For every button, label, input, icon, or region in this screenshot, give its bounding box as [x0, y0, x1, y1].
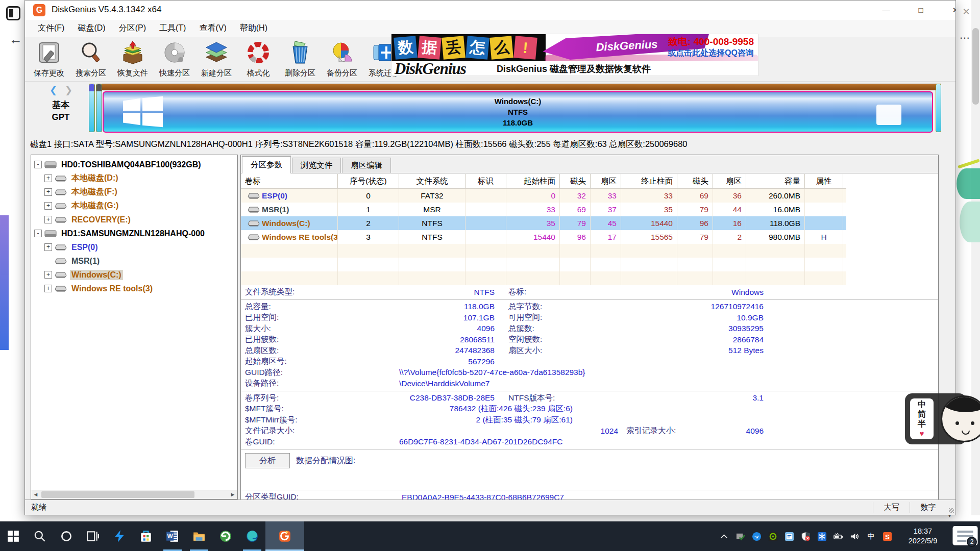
tree-item-ESP(0)[interactable]: +ESP(0) — [31, 240, 237, 254]
toolbar-button-保存更改[interactable]: 保存更改 — [28, 38, 70, 80]
titlebar[interactable]: G DiskGenius V5.4.3.1342 x64 — □ ✕ — [25, 1, 955, 20]
tree-item-HD1:SAMSUNGMZNLN128HAHQ-000[interactable]: -HD1:SAMSUNGMZNLN128HAHQ-000 — [31, 227, 237, 240]
menu-item-3[interactable]: 工具(T) — [153, 20, 192, 37]
maximize-button[interactable]: □ — [909, 1, 933, 20]
resize-grip[interactable] — [946, 500, 955, 515]
minimize-button[interactable]: — — [874, 1, 898, 20]
tray-ime-zh-icon[interactable]: 中 — [864, 521, 877, 551]
tray-dingtalk-icon[interactable] — [750, 521, 763, 551]
tree-item-HD0:TOSHIBAMQ04ABF100(932GB)[interactable]: -HD0:TOSHIBAMQ04ABF100(932GB) — [31, 158, 237, 171]
analyze-button[interactable]: 分析 — [245, 453, 290, 468]
taskbar-flash-center-icon[interactable] — [106, 521, 133, 551]
tree-horizontal-scrollbar[interactable]: ◄► — [31, 490, 237, 499]
tree-item-Windows(C:)[interactable]: +Windows(C:) — [31, 268, 237, 282]
toolbar-button-新建分区[interactable]: 新建分区 — [195, 38, 237, 80]
next-disk-icon[interactable]: ❯ — [65, 85, 72, 95]
expander-icon[interactable]: + — [44, 216, 52, 223]
partition-bar-msr[interactable] — [96, 84, 102, 132]
expander-icon[interactable]: + — [44, 188, 52, 196]
tray-sogou-icon[interactable]: S — [880, 521, 894, 551]
expander-icon[interactable]: + — [44, 202, 52, 210]
expander-icon[interactable]: - — [34, 161, 42, 168]
taskbar-search-icon[interactable] — [27, 521, 53, 551]
taskbar-task-view-icon[interactable] — [80, 521, 106, 551]
banner-qq-link[interactable]: 或点击此处选择QQ咨询 — [668, 48, 754, 59]
ad-banner[interactable]: 数据丢怎么! DiskGenius 致电: 400-008-9958 或点击此处… — [391, 34, 758, 76]
tray-intel-graphics-icon[interactable] — [782, 521, 796, 551]
toolbar-button-格式化[interactable]: 格式化 — [237, 38, 279, 80]
column-header-起始柱面[interactable]: 起始柱面 — [506, 174, 560, 188]
taskbar-explorer-icon[interactable] — [186, 521, 212, 551]
menu-item-5[interactable]: 帮助(H) — [233, 20, 274, 37]
tray-battery-icon[interactable] — [831, 521, 845, 551]
column-header-序号(状态)[interactable]: 序号(状态) — [338, 174, 399, 188]
tree-item-本地磁盘(D:)[interactable]: +本地磁盘(D:) — [31, 171, 237, 185]
column-header-容量[interactable]: 容量 — [746, 174, 805, 188]
toolbar-button-恢复文件[interactable]: 恢复文件 — [112, 38, 154, 80]
toolbar-button-搜索分区[interactable]: 搜索分区 — [70, 38, 112, 80]
column-header-扇区[interactable]: 扇区 — [713, 174, 746, 188]
expander-icon[interactable]: + — [44, 285, 52, 292]
column-header-磁头[interactable]: 磁头 — [560, 174, 591, 188]
table-row-Windows RE tools(3)[interactable]: Windows RE tools(3)3NTFS1544096171556579… — [241, 230, 846, 244]
tray-volume-icon[interactable] — [848, 521, 861, 551]
taskbar-store-icon[interactable] — [133, 521, 159, 551]
expander-icon[interactable]: + — [44, 174, 52, 182]
tray-sync-check-icon[interactable] — [733, 521, 747, 551]
scroll-thumb[interactable] — [41, 491, 194, 498]
scroll-left-icon[interactable]: ◄ — [31, 490, 40, 499]
menu-item-4[interactable]: 查看(V) — [192, 20, 233, 37]
disk-nav-arrows[interactable]: ❮ ❯ — [50, 85, 72, 96]
tree-item-本地磁盘(F:)[interactable]: +本地磁盘(F:) — [31, 185, 237, 199]
tab-分区参数[interactable]: 分区参数 — [242, 156, 291, 173]
tray-nvidia-icon[interactable] — [766, 521, 779, 551]
notification-center-icon[interactable]: 2 — [950, 521, 980, 551]
column-header-磁头[interactable]: 磁头 — [677, 174, 713, 188]
column-header-标识[interactable]: 标识 — [465, 174, 506, 188]
expander-icon[interactable]: + — [44, 243, 52, 251]
browser-back-icon[interactable]: ← — [9, 32, 22, 47]
tab-扇区编辑[interactable]: 扇区编辑 — [342, 158, 391, 173]
taskbar-word-icon[interactable]: W — [159, 521, 186, 551]
menu-item-2[interactable]: 分区(P) — [112, 20, 153, 37]
column-header-文件系统[interactable]: 文件系统 — [399, 174, 465, 188]
table-row-MSR(1)[interactable]: MSR(1)1MSR33693735794416.0MB — [241, 203, 846, 216]
table-row-ESP(0)[interactable]: ESP(0)0FAT3203233336936260.0MB — [241, 189, 846, 203]
tree-item-Windows RE tools(3)[interactable]: +Windows RE tools(3) — [31, 282, 237, 295]
expander-icon[interactable]: + — [44, 271, 52, 279]
menu-item-0[interactable]: 文件(F) — [31, 20, 71, 37]
tray-chevron-up-icon[interactable] — [717, 521, 730, 551]
scroll-right-icon[interactable]: ► — [228, 490, 237, 499]
toolbar-button-删除分区[interactable]: 删除分区 — [279, 38, 321, 80]
taskbar-diskgenius-icon[interactable] — [265, 521, 304, 551]
tree-item-本地磁盘(G:)[interactable]: +本地磁盘(G:) — [31, 199, 237, 213]
tree-item-MSR(1)[interactable]: MSR(1) — [31, 254, 237, 268]
close-button[interactable]: ✕ — [944, 1, 956, 20]
taskbar-cortana-icon[interactable] — [53, 521, 80, 551]
table-row-Windows(C:)[interactable]: Windows(C:)2NTFS357945154409616118.0GB — [241, 216, 846, 230]
tray-security-shield-icon[interactable] — [799, 521, 812, 551]
column-header-终止柱面[interactable]: 终止柱面 — [621, 174, 677, 188]
taskbar-browser-360-icon[interactable] — [212, 521, 239, 551]
prev-disk-icon[interactable]: ❮ — [50, 85, 57, 95]
ime-status-widget[interactable]: 中简半♥ — [905, 393, 966, 444]
tray-snowflake-icon[interactable] — [815, 521, 828, 551]
taskbar-edge-icon[interactable] — [239, 521, 265, 551]
tree-item-RECOVERY(E:)[interactable]: +RECOVERY(E:) — [31, 213, 237, 227]
column-header-属性[interactable]: 属性 — [805, 174, 843, 188]
column-header-扇区[interactable]: 扇区 — [591, 174, 621, 188]
tab-浏览文件[interactable]: 浏览文件 — [292, 158, 341, 173]
column-header-卷标[interactable]: 卷标 — [241, 174, 338, 188]
browser-more-icon[interactable]: ⋯ — [960, 32, 973, 42]
taskbar-clock[interactable]: 18:372022/5/9 — [899, 527, 946, 546]
scroll-track[interactable] — [194, 490, 228, 499]
toolbar-button-备份分区[interactable]: 备份分区 — [321, 38, 363, 80]
taskbar-start-icon[interactable] — [0, 521, 27, 551]
browser-close-icon[interactable]: ✕ — [958, 4, 975, 19]
expander-icon[interactable]: - — [34, 230, 42, 237]
partition-bar-esp[interactable] — [89, 84, 95, 132]
toolbar-button-快速分区[interactable]: 快速分区 — [154, 38, 195, 80]
partition-bar-end[interactable] — [936, 84, 941, 132]
browser-scrollbar-thumb[interactable] — [972, 28, 979, 105]
menu-item-1[interactable]: 磁盘(D) — [71, 20, 112, 37]
